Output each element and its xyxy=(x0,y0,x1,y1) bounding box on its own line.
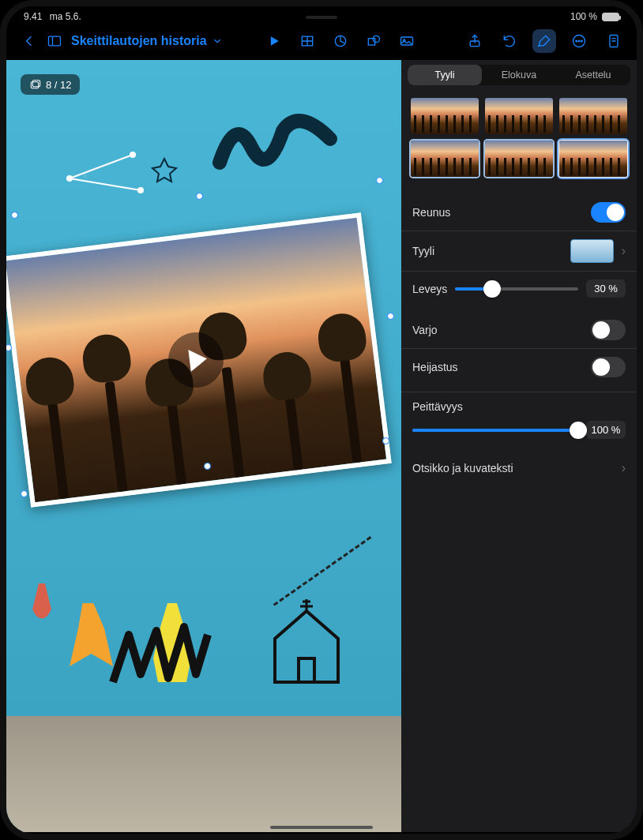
slide-counter[interactable]: 8 / 12 xyxy=(21,74,80,95)
opacity-slider[interactable] xyxy=(412,429,578,432)
style-thumbnail-grid xyxy=(401,90,637,188)
status-battery-pct: 100 % xyxy=(570,11,597,22)
caption-row[interactable]: Otsikko ja kuvateksti › xyxy=(401,453,637,483)
shadow-row: Varjo xyxy=(401,312,637,348)
status-time: 9.41 xyxy=(24,11,42,22)
width-slider[interactable] xyxy=(455,287,578,291)
width-value[interactable]: 30 % xyxy=(586,279,626,298)
opacity-row: Peittävyys 100 % xyxy=(401,392,637,447)
selected-video-object[interactable] xyxy=(6,212,392,508)
svg-rect-24 xyxy=(31,82,38,88)
more-icon[interactable] xyxy=(567,29,591,53)
chevron-right-icon: › xyxy=(622,461,626,475)
selection-handle[interactable] xyxy=(11,212,18,219)
svg-point-15 xyxy=(581,40,583,42)
style-thumb[interactable] xyxy=(411,141,479,177)
svg-rect-0 xyxy=(49,36,61,46)
svg-point-23 xyxy=(137,187,144,193)
share-icon[interactable] xyxy=(463,29,487,53)
reflection-label: Heijastus xyxy=(412,361,458,373)
border-style-swatch xyxy=(570,239,614,263)
svg-point-22 xyxy=(130,152,136,158)
selection-handle[interactable] xyxy=(376,177,383,184)
selection-handle[interactable] xyxy=(204,463,211,470)
width-label: Leveys xyxy=(412,283,447,295)
document-title-label: Skeittilautojen historia xyxy=(71,34,207,48)
style-thumb[interactable] xyxy=(411,98,479,134)
selection-handle[interactable] xyxy=(387,313,394,320)
app-toolbar: Skeittilautojen historia xyxy=(6,24,637,60)
sidebar-toggle-icon[interactable] xyxy=(43,29,66,53)
format-segment-control[interactable]: Tyyli Elokuva Asettelu xyxy=(408,65,630,85)
play-button[interactable] xyxy=(262,29,286,53)
back-button[interactable] xyxy=(17,29,41,53)
style-label: Tyyli xyxy=(412,245,434,257)
format-sidebar: Tyyli Elokuva Asettelu Reunus Tyyli xyxy=(401,60,637,832)
style-thumb-selected[interactable] xyxy=(559,141,627,177)
svg-line-20 xyxy=(70,155,133,178)
segment-style[interactable]: Tyyli xyxy=(408,65,482,85)
style-thumb[interactable] xyxy=(485,98,553,134)
opacity-value[interactable]: 100 % xyxy=(586,421,626,439)
insert-shape-icon[interactable] xyxy=(362,29,385,53)
status-date: ma 5.6. xyxy=(50,11,81,22)
style-thumb[interactable] xyxy=(485,141,553,177)
svg-line-21 xyxy=(70,178,141,190)
style-thumb[interactable] xyxy=(559,98,627,134)
selection-handle[interactable] xyxy=(382,437,389,444)
svg-point-13 xyxy=(576,40,577,42)
svg-point-8 xyxy=(373,36,379,42)
border-switch[interactable] xyxy=(591,202,626,223)
insert-table-icon[interactable] xyxy=(295,29,319,53)
document-title-button[interactable]: Skeittilautojen historia xyxy=(71,34,223,48)
doodle-star-lines xyxy=(62,147,204,210)
svg-point-14 xyxy=(578,40,580,42)
reflection-row: Heijastus xyxy=(401,348,637,385)
slide-counter-label: 8 / 12 xyxy=(46,79,72,91)
border-style-row[interactable]: Tyyli › xyxy=(401,231,637,271)
segment-movie[interactable]: Elokuva xyxy=(482,65,556,85)
shadow-label: Varjo xyxy=(412,324,438,336)
status-bar: 9.41 ma 5.6. 100 % xyxy=(6,6,637,24)
home-indicator[interactable] xyxy=(270,826,373,829)
segment-layout[interactable]: Asettelu xyxy=(556,65,630,85)
document-settings-icon[interactable] xyxy=(602,29,626,53)
svg-marker-2 xyxy=(270,36,278,46)
border-width-row: Leveys 30 % xyxy=(401,271,637,306)
camera-notch xyxy=(306,16,337,19)
svg-rect-25 xyxy=(32,81,39,87)
selection-handle[interactable] xyxy=(21,490,28,497)
shadow-switch[interactable] xyxy=(591,320,626,340)
insert-media-icon[interactable] xyxy=(395,29,419,53)
border-label: Reunus xyxy=(412,206,450,219)
doodle-zigzag xyxy=(109,619,212,690)
border-row: Reunus xyxy=(401,194,637,231)
caption-label: Otsikko ja kuvateksti xyxy=(412,462,513,474)
selection-handle[interactable] xyxy=(196,193,203,200)
chevron-right-icon: › xyxy=(622,244,626,258)
slide-canvas[interactable]: 8 / 12 xyxy=(6,60,401,832)
battery-icon xyxy=(602,13,619,21)
opacity-label: Peittävyys xyxy=(412,400,626,413)
doodle-scribble-top xyxy=(212,107,338,171)
undo-icon[interactable] xyxy=(498,29,521,53)
format-paintbrush-icon[interactable] xyxy=(532,29,556,53)
insert-chart-icon[interactable] xyxy=(329,29,352,53)
reflection-switch[interactable] xyxy=(591,357,626,377)
